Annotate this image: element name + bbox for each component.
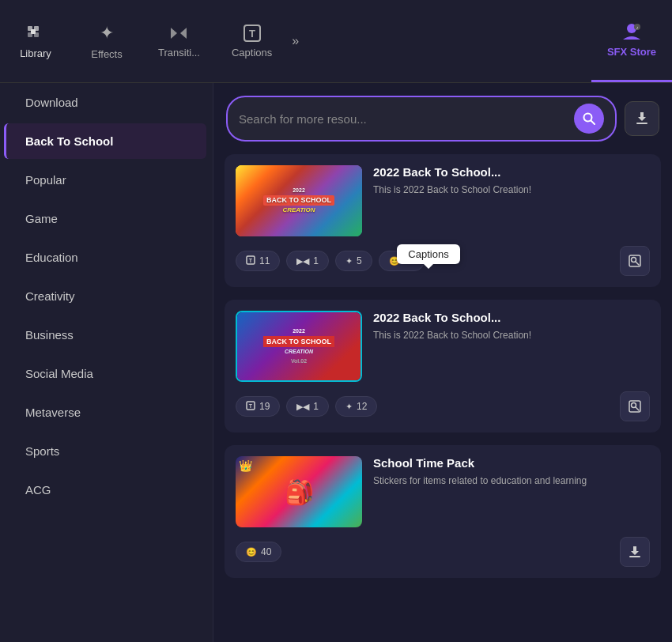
card-3-desc: Stickers for items related to education … [373, 474, 650, 488]
card-2-desc: This is 2022 Back to School Creation! [373, 329, 650, 342]
sidebar-item-acg[interactable]: ACG [6, 472, 206, 508]
card-2-title: 2022 Back To School... [373, 311, 650, 324]
card-1-badge-captions[interactable]: T 11 [236, 251, 280, 271]
card-1: 2022 BACK TO SCHOOL CREATION 2022 Back T… [225, 154, 661, 287]
search-input[interactable] [239, 112, 568, 126]
card-2-thumbnail: 2022 BACK TO SCHOOL CREATION Vol.02 [236, 311, 362, 382]
card-1-badge-effects[interactable]: ✦ 5 [335, 251, 372, 271]
svg-rect-4 [31, 29, 36, 34]
sidebar-item-social-media[interactable]: Social Media [6, 356, 206, 391]
tab-transitions[interactable]: Transiti... [142, 0, 216, 82]
sidebar-item-game[interactable]: Game [6, 201, 206, 236]
tab-transitions-label: Transiti... [158, 47, 200, 59]
svg-text:T: T [249, 258, 253, 263]
card-2-search-icon [629, 400, 641, 413]
svg-text:T: T [249, 403, 253, 409]
svg-rect-25 [629, 556, 640, 557]
effects-icon: ✦ [100, 23, 114, 43]
cards-container: 2022 BACK TO SCHOOL CREATION 2022 Back T… [213, 151, 672, 642]
card-1-thumbnail: 2022 BACK TO SCHOOL CREATION [236, 165, 362, 236]
sidebar-item-popular[interactable]: Popular [6, 162, 206, 198]
sidebar-item-education[interactable]: Education [6, 240, 206, 275]
crown-icon: 👑 [239, 459, 252, 472]
search-bar [213, 83, 672, 151]
card-2-top: 2022 BACK TO SCHOOL CREATION Vol.02 2022… [236, 311, 650, 382]
card-3-badge-stickers[interactable]: 😊 40 [236, 542, 281, 562]
card-1-transitions-wrap: Captions ▶◀ 1 [286, 251, 329, 271]
transitions-badge-icon2: ▶◀ [296, 402, 309, 412]
card-2: 2022 BACK TO SCHOOL CREATION Vol.02 2022… [225, 300, 661, 432]
sidebar-item-download[interactable]: Download [6, 85, 206, 120]
sidebar-item-business[interactable]: Business [6, 317, 206, 353]
svg-marker-6 [180, 28, 187, 39]
captions-badge-icon: T [246, 255, 255, 266]
content-area: 2022 BACK TO SCHOOL CREATION 2022 Back T… [213, 83, 672, 642]
tab-sfx-store-label: SFX Store [607, 46, 656, 58]
tab-effects[interactable]: ✦ Effects [71, 0, 142, 82]
top-nav: Library ✦ Effects Transiti... T Captions… [0, 0, 672, 83]
download-icon [634, 111, 650, 127]
tab-captions[interactable]: T Captions [216, 0, 288, 82]
sfx-store-icon: ♪ [621, 22, 642, 41]
svg-line-19 [636, 262, 639, 265]
download-arrow-icon [628, 545, 642, 559]
card-2-transitions-count: 1 [313, 401, 319, 412]
sidebar-item-creativity[interactable]: Creativity [6, 278, 206, 314]
card-3-stickers-count: 40 [261, 546, 271, 557]
card-3-download-button[interactable] [620, 537, 650, 567]
card-2-effects-count: 12 [357, 401, 367, 412]
effects-badge-icon2: ✦ [345, 402, 353, 412]
svg-rect-14 [636, 123, 647, 124]
stickers-badge-icon3: 😊 [246, 547, 257, 557]
card-2-action-button[interactable] [620, 391, 650, 421]
sidebar-item-back-to-school[interactable]: Back To School [4, 123, 206, 159]
tab-library[interactable]: Library [0, 0, 71, 82]
card-2-badge-effects[interactable]: ✦ 12 [335, 396, 377, 417]
svg-text:T: T [249, 28, 255, 40]
captions-icon: T [244, 25, 261, 42]
card-1-badge-transitions[interactable]: ▶◀ 1 [286, 251, 329, 271]
search-input-wrap[interactable] [226, 96, 617, 142]
svg-marker-5 [171, 28, 177, 39]
search-button[interactable] [574, 104, 604, 134]
card-2-badge-transitions[interactable]: ▶◀ 1 [286, 396, 329, 417]
card-1-top: 2022 BACK TO SCHOOL CREATION 2022 Back T… [236, 165, 650, 236]
card-1-info: 2022 Back To School... This is 2022 Back… [373, 165, 650, 236]
card-2-info: 2022 Back To School... This is 2022 Back… [373, 311, 650, 382]
svg-line-13 [591, 121, 595, 125]
card-3-download-wrap [620, 537, 650, 567]
download-button[interactable] [625, 101, 659, 136]
card-3-top: 🎒 👑 School Time Pack Stickers for items … [236, 456, 650, 527]
main-layout: Download Back To School Popular Game Edu… [0, 83, 672, 642]
tab-library-label: Library [20, 47, 51, 59]
search-icon [583, 112, 595, 125]
card-1-action-button[interactable] [620, 246, 650, 276]
tab-captions-label: Captions [232, 47, 272, 59]
card-2-captions-count: 19 [259, 401, 270, 412]
card-3-thumbnail: 🎒 👑 [236, 456, 362, 527]
card-1-search-icon [629, 255, 641, 267]
nav-more-chevron[interactable]: » [288, 0, 303, 82]
sidebar-item-sports[interactable]: Sports [6, 433, 206, 469]
card-1-badges: T 11 Captions ▶◀ 1 ✦ 5 [236, 246, 650, 276]
sidebar-item-metaverse[interactable]: Metaverse [6, 395, 206, 430]
svg-text:♪: ♪ [636, 25, 638, 30]
card-3: 🎒 👑 School Time Pack Stickers for items … [225, 445, 661, 578]
tab-sfx-store[interactable]: ♪ SFX Store [591, 0, 672, 82]
card-2-badge-captions[interactable]: T 19 [236, 396, 280, 417]
captions-badge-icon2: T [246, 401, 255, 412]
card-1-transitions-count: 1 [313, 255, 319, 266]
card-2-badges: T 19 ▶◀ 1 ✦ 12 [236, 391, 650, 421]
transitions-icon [169, 25, 188, 42]
sidebar: Download Back To School Popular Game Edu… [0, 83, 213, 642]
card-1-title: 2022 Back To School... [373, 165, 650, 179]
card-1-effects-count: 5 [357, 255, 362, 266]
svg-line-24 [636, 407, 639, 410]
card-1-desc: This is 2022 Back to School Creation! [373, 183, 650, 197]
tab-effects-label: Effects [91, 48, 123, 60]
card-3-title: School Time Pack [373, 456, 650, 470]
captions-tooltip: Captions [397, 244, 459, 264]
effects-badge-icon: ✦ [345, 256, 353, 266]
transitions-badge-icon: ▶◀ [296, 256, 309, 266]
card-3-info: School Time Pack Stickers for items rela… [373, 456, 650, 527]
